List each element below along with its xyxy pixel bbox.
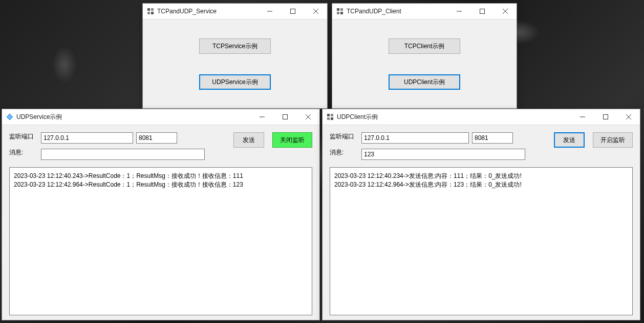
send-button[interactable]: 发送	[233, 132, 264, 148]
close-listen-button[interactable]: 关闭监听	[272, 132, 312, 148]
titlebar[interactable]: TCPandUDP_Service	[143, 4, 327, 19]
close-button[interactable]	[304, 4, 327, 19]
window-title: UDPService示例	[16, 113, 62, 122]
maximize-button[interactable]	[594, 109, 617, 125]
message-input[interactable]	[361, 149, 525, 160]
tcp-service-button[interactable]: TCPService示例	[199, 38, 271, 54]
titlebar[interactable]: UDPService示例	[2, 109, 319, 125]
window-udp-service: UDPService示例 监听端口 消息:	[2, 109, 320, 320]
log-line: 2023-03-23 12:12:42.964->发送信息:内容：123；结果：…	[334, 180, 628, 189]
window-body: TCPService示例 UDPService示例	[143, 19, 327, 109]
desktop-background: TCPandUDP_Service TCPService示例 UDPServic…	[0, 0, 644, 323]
app-icon	[336, 8, 344, 15]
svg-rect-9	[340, 8, 343, 11]
svg-rect-3	[151, 12, 154, 14]
window-client-launcher: TCPandUDP_Client TCPClient示例 UDPClient示例	[332, 3, 517, 109]
svg-rect-11	[340, 12, 343, 14]
window-body: TCPClient示例 UDPClient示例	[332, 19, 517, 109]
message-label: 消息:	[330, 148, 354, 157]
port-input[interactable]	[136, 132, 177, 144]
udp-service-button[interactable]: UDPService示例	[199, 74, 271, 90]
close-button[interactable]	[493, 4, 517, 19]
close-button[interactable]	[296, 109, 319, 125]
maximize-button[interactable]	[273, 109, 296, 125]
svg-rect-26	[603, 115, 608, 119]
app-icon	[147, 8, 154, 15]
window-title: TCPandUDP_Client	[347, 8, 401, 15]
svg-rect-8	[337, 8, 339, 11]
message-label: 消息:	[9, 148, 34, 157]
listen-port-label: 监听端口	[9, 132, 34, 141]
window-service-launcher: TCPandUDP_Service TCPService示例 UDPServic…	[142, 3, 328, 109]
input-row: 监听端口 消息: 发送 关闭监听	[9, 132, 312, 160]
close-button[interactable]	[617, 109, 640, 125]
svg-rect-18	[283, 115, 287, 119]
udp-client-button[interactable]: UDPClient示例	[389, 74, 460, 90]
log-textarea[interactable]: 2023-03-23 12:12:40.234->发送信息:内容：111；结果：…	[330, 167, 633, 315]
minimize-button[interactable]	[447, 4, 470, 19]
listen-port-label: 监听端口	[330, 132, 354, 141]
titlebar[interactable]: UDPClient示例	[323, 109, 640, 125]
maximize-button[interactable]	[281, 4, 304, 19]
svg-rect-24	[331, 117, 333, 120]
svg-rect-1	[151, 8, 154, 11]
minimize-button[interactable]	[250, 109, 273, 125]
minimize-button[interactable]	[571, 109, 594, 125]
ip-input[interactable]	[41, 132, 133, 144]
minimize-button[interactable]	[258, 4, 281, 19]
window-title: UDPClient示例	[337, 113, 378, 122]
svg-rect-0	[147, 8, 150, 11]
window-title: TCPandUDP_Service	[157, 8, 217, 15]
titlebar[interactable]: TCPandUDP_Client	[332, 4, 517, 19]
tcp-client-button[interactable]: TCPClient示例	[389, 38, 460, 54]
window-udp-client: UDPClient示例 监听端口 消息:	[322, 109, 640, 320]
svg-rect-23	[327, 117, 330, 120]
svg-rect-21	[327, 114, 330, 116]
input-row: 监听端口 消息: 发送 开启监听	[330, 132, 633, 160]
svg-marker-16	[7, 114, 13, 120]
log-line: 2023-03-23 12:12:42.964->ResultCode：1；Re…	[14, 180, 308, 189]
start-listen-button[interactable]: 开启监听	[593, 132, 633, 148]
svg-rect-13	[480, 9, 484, 14]
port-input[interactable]	[472, 132, 513, 144]
svg-rect-10	[337, 12, 339, 14]
app-icon	[6, 113, 13, 120]
window-body: 监听端口 消息: 发送 关闭监听 2023-03-23 12:12:40.243…	[2, 125, 319, 320]
message-input[interactable]	[41, 149, 205, 160]
app-icon	[327, 113, 334, 120]
log-textarea[interactable]: 2023-03-23 12:12:40.243->ResultCode：1；Re…	[9, 167, 312, 315]
maximize-button[interactable]	[470, 4, 493, 19]
ip-input[interactable]	[361, 132, 469, 144]
log-line: 2023-03-23 12:12:40.234->发送信息:内容：111；结果：…	[334, 172, 628, 180]
log-line: 2023-03-23 12:12:40.243->ResultCode：1；Re…	[14, 172, 308, 180]
send-button[interactable]: 发送	[554, 132, 585, 148]
svg-rect-22	[331, 114, 333, 116]
svg-rect-5	[290, 9, 295, 14]
window-body: 监听端口 消息: 发送 开启监听 2023-03-23 12:12:40.234…	[323, 125, 640, 320]
svg-rect-2	[147, 12, 150, 14]
